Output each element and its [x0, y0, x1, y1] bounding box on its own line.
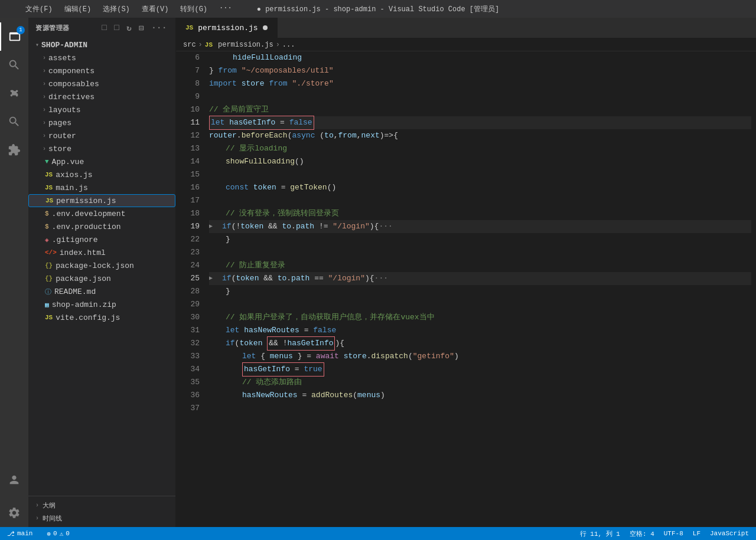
- file-env-dev[interactable]: $ .env.development: [28, 207, 175, 220]
- breadcrumb-sep1: ›: [198, 41, 203, 49]
- file-main-label: main.js: [56, 184, 88, 192]
- ln-30: 30: [181, 311, 200, 324]
- tab-permission-js[interactable]: JS permission.js: [176, 18, 278, 38]
- activity-git[interactable]: [0, 79, 28, 107]
- menu-more[interactable]: ···: [214, 3, 237, 15]
- file-app-vue[interactable]: ▼ App.vue: [28, 155, 175, 168]
- file-gitignore-label: .gitignore: [52, 235, 98, 244]
- spaces-text: 空格: 4: [630, 529, 654, 538]
- file-main-js[interactable]: JS main.js: [28, 181, 175, 194]
- code-editor[interactable]: 6 7 8 9 10 11 12 13 14 15 16 17 18 19 22…: [176, 51, 756, 527]
- folder-components-label: components: [48, 67, 94, 76]
- json-icon: {}: [45, 275, 53, 282]
- code-line-36: hasNewRoutes = addRoutes(menus): [209, 389, 751, 402]
- new-folder-icon[interactable]: □: [113, 22, 120, 34]
- file-vite-config-label: vite.config.js: [56, 313, 120, 322]
- sidebar-actions[interactable]: □ □ ↻ ⊟ ···: [100, 22, 168, 34]
- json-icon-lock: {}: [45, 262, 53, 269]
- js-icon-main: JS: [45, 184, 53, 191]
- project-root[interactable]: ▾ SHOP-ADMIN: [28, 38, 175, 51]
- breadcrumb-file[interactable]: permission.js: [218, 41, 273, 49]
- folder-layouts[interactable]: › layouts: [28, 103, 175, 116]
- file-permission-js[interactable]: JS permission.js: [28, 194, 175, 207]
- line25-collapse[interactable]: ▶: [209, 272, 213, 285]
- menu-view[interactable]: 查看(V): [137, 3, 174, 15]
- js-icon-permission: JS: [45, 197, 53, 204]
- assets-chevron: ›: [43, 55, 46, 61]
- timeline-section[interactable]: › 时间线: [28, 512, 175, 525]
- code-content: 6 7 8 9 10 11 12 13 14 15 16 17 18 19 22…: [176, 51, 756, 527]
- status-position[interactable]: 行 11, 列 1: [578, 529, 623, 538]
- ln-24: 24: [181, 259, 200, 272]
- file-axios-label: axios.js: [56, 171, 92, 179]
- file-env-dev-label: .env.development: [52, 210, 126, 218]
- activity-settings[interactable]: [0, 499, 28, 527]
- title-bar: 文件(F) 编辑(E) 选择(S) 查看(V) 转到(G) ··· ● perm…: [0, 0, 756, 18]
- sidebar: 资源管理器 □ □ ↻ ⊟ ··· ▾ SHOP-ADMIN › assets …: [28, 18, 176, 527]
- router-chevron: ›: [43, 133, 46, 139]
- folder-composables[interactable]: › composables: [28, 77, 175, 90]
- file-index-html[interactable]: </> index.html: [28, 246, 175, 259]
- folder-components[interactable]: › components: [28, 64, 175, 77]
- activity-account[interactable]: [0, 466, 28, 494]
- status-spaces[interactable]: 空格: 4: [627, 529, 657, 538]
- menu-select[interactable]: 选择(S): [98, 3, 135, 15]
- code-line-6: hideFullLoading: [209, 51, 751, 64]
- file-readme[interactable]: ⓘ README.md: [28, 285, 175, 298]
- more-actions-icon[interactable]: ···: [150, 22, 168, 34]
- folder-directives[interactable]: › directives: [28, 90, 175, 103]
- activity-search[interactable]: [0, 51, 28, 79]
- sidebar-title: 资源管理器: [35, 24, 70, 32]
- folder-router[interactable]: › router: [28, 129, 175, 142]
- outline-section[interactable]: › 大纲: [28, 499, 175, 512]
- code-line-35: // 动态添加路由: [209, 376, 751, 389]
- breadcrumb-ellipsis[interactable]: ...: [282, 41, 295, 49]
- env-prod-icon: $: [45, 223, 49, 230]
- ln-35: 35: [181, 376, 200, 389]
- store-chevron: ›: [43, 146, 46, 152]
- new-file-icon[interactable]: □: [100, 22, 108, 34]
- breadcrumb-src[interactable]: src: [183, 41, 196, 49]
- ln-17: 17: [181, 194, 200, 207]
- menu-edit[interactable]: 编辑(E): [60, 3, 96, 15]
- status-language[interactable]: JavaScript: [708, 529, 751, 538]
- file-gitignore[interactable]: ◈ .gitignore: [28, 233, 175, 246]
- code-line-19: ▶ if(!token && to.path != "/login"){···: [209, 220, 751, 233]
- file-axios-js[interactable]: JS axios.js: [28, 168, 175, 181]
- file-package-lock-label: package-lock.json: [56, 261, 134, 270]
- file-env-prod[interactable]: $ .env.production: [28, 220, 175, 233]
- status-branch[interactable]: ⎇ main: [5, 530, 35, 538]
- file-app-vue-label: App.vue: [52, 158, 84, 166]
- file-package-json[interactable]: {} package.json: [28, 272, 175, 285]
- file-vite-config[interactable]: JS vite.config.js: [28, 311, 175, 324]
- code-line-16: const token = getToken(): [209, 181, 751, 194]
- code-line-12: router.beforeEach(async (to,from,next)=>…: [209, 129, 751, 142]
- ln-16: 16: [181, 181, 200, 194]
- collapse-icon[interactable]: ⊟: [138, 22, 145, 34]
- folder-pages[interactable]: › pages: [28, 116, 175, 129]
- file-package-lock[interactable]: {} package-lock.json: [28, 259, 175, 272]
- folder-store[interactable]: › store: [28, 142, 175, 155]
- folder-assets[interactable]: › assets: [28, 51, 175, 64]
- status-encoding[interactable]: UTF-8: [662, 529, 686, 538]
- status-errors[interactable]: ⊗ 0 ⚠ 0: [44, 530, 71, 538]
- activity-explorer[interactable]: 1: [0, 22, 28, 51]
- ln-19: 19: [181, 220, 200, 233]
- md-icon: ⓘ: [45, 287, 51, 296]
- zip-icon: ▦: [45, 301, 49, 309]
- line19-collapse[interactable]: ▶: [209, 220, 213, 233]
- ln-23: 23: [181, 246, 200, 259]
- status-eol[interactable]: LF: [690, 529, 703, 538]
- refresh-icon[interactable]: ↻: [125, 22, 133, 34]
- menu-bar[interactable]: 文件(F) 编辑(E) 选择(S) 查看(V) 转到(G) ···: [21, 3, 237, 15]
- breadcrumb-js-icon: JS: [205, 41, 213, 48]
- project-name: SHOP-ADMIN: [41, 41, 87, 50]
- activity-extensions[interactable]: [0, 136, 28, 164]
- html-icon: </>: [45, 249, 57, 256]
- activity-debug[interactable]: [0, 107, 28, 136]
- menu-file[interactable]: 文件(F): [21, 3, 57, 15]
- file-shop-zip[interactable]: ▦ shop-admin.zip: [28, 298, 175, 311]
- menu-goto[interactable]: 转到(G): [175, 3, 212, 15]
- tab-modified-dot: [263, 25, 268, 30]
- folder-assets-label: assets: [48, 54, 76, 63]
